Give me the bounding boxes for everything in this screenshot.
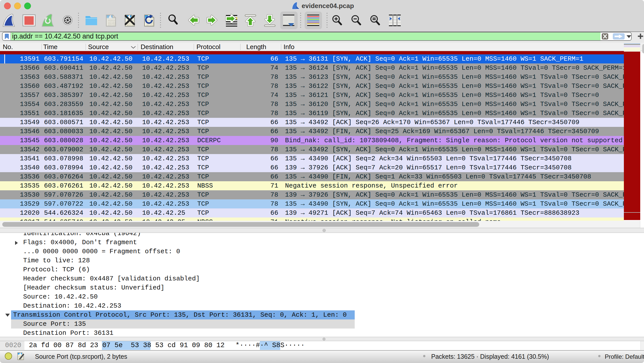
svg-text:01100: 01100 [18,359,23,360]
